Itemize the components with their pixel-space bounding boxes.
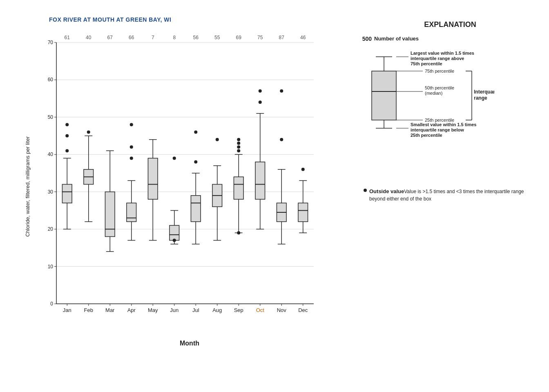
svg-rect-82 <box>105 192 115 237</box>
svg-point-132 <box>237 138 240 141</box>
outside-value-label: Outside value <box>369 188 404 194</box>
svg-text:66: 66 <box>129 35 134 40</box>
chart-with-axes: 010203040506070JanFebMarAprMayJunJulAugS… <box>36 26 343 347</box>
svg-text:70: 70 <box>48 40 54 45</box>
svg-text:50: 50 <box>48 114 54 120</box>
svg-text:(median): (median) <box>425 91 442 96</box>
svg-text:Apr: Apr <box>127 307 136 313</box>
svg-rect-153 <box>298 203 308 222</box>
svg-text:Nov: Nov <box>277 307 287 313</box>
svg-point-129 <box>237 149 240 152</box>
svg-rect-66 <box>62 184 72 203</box>
svg-point-69 <box>65 134 69 138</box>
svg-rect-111 <box>191 196 201 222</box>
y-axis-label: Chloride, water, filtered, milligrams pe… <box>25 136 33 237</box>
svg-text:Feb: Feb <box>84 307 93 313</box>
svg-point-91 <box>130 145 133 149</box>
svg-text:range: range <box>474 95 487 101</box>
svg-point-114 <box>194 130 197 134</box>
svg-rect-158 <box>372 71 396 120</box>
svg-point-121 <box>216 138 219 141</box>
svg-text:Interquartile: Interquartile <box>474 89 494 95</box>
svg-text:75: 75 <box>257 35 263 40</box>
svg-rect-88 <box>127 203 136 222</box>
svg-text:30: 30 <box>48 189 54 195</box>
svg-text:60: 60 <box>48 77 54 82</box>
svg-text:75th percentile: 75th percentile <box>411 61 442 66</box>
svg-text:interquartile range below: interquartile range below <box>411 127 464 132</box>
svg-text:25th percentile: 25th percentile <box>411 133 442 138</box>
svg-text:May: May <box>148 307 158 313</box>
svg-text:Largest value within 1.5 times: Largest value within 1.5 times <box>411 51 474 56</box>
svg-point-92 <box>130 123 133 126</box>
svg-point-106 <box>173 156 176 160</box>
svg-point-131 <box>237 142 240 145</box>
explanation-panel: EXPLANATION 500 Number of values Largest… <box>359 16 541 202</box>
svg-text:interquartile range above: interquartile range above <box>411 56 464 61</box>
svg-text:Oct: Oct <box>256 307 265 313</box>
svg-point-105 <box>173 239 176 242</box>
x-axis-label: Month <box>36 340 343 347</box>
svg-point-77 <box>87 130 90 134</box>
box-plot-svg: 010203040506070JanFebMarAprMayJunJulAugS… <box>36 26 322 336</box>
svg-text:Jul: Jul <box>192 307 199 313</box>
svg-rect-137 <box>255 162 265 199</box>
svg-rect-97 <box>148 158 158 199</box>
svg-point-139 <box>259 100 262 104</box>
svg-text:Aug: Aug <box>212 307 222 313</box>
svg-text:69: 69 <box>236 35 242 40</box>
svg-point-113 <box>194 160 197 164</box>
svg-text:Smallest value within 1.5 time: Smallest value within 1.5 times <box>411 122 476 127</box>
sample-number: 500 <box>359 36 372 42</box>
svg-text:Mar: Mar <box>105 307 115 313</box>
svg-text:10: 10 <box>48 264 54 270</box>
svg-rect-126 <box>234 177 243 199</box>
chart-area: FOX RIVER AT MOUTH AT GREEN BAY, WI Chlo… <box>25 16 343 347</box>
svg-text:Dec: Dec <box>298 307 308 313</box>
svg-text:Jun: Jun <box>170 307 179 313</box>
svg-text:Jan: Jan <box>63 307 71 313</box>
chart-inner: Chloride, water, filtered, milligrams pe… <box>25 26 343 347</box>
svg-point-155 <box>301 168 305 171</box>
svg-point-130 <box>237 145 240 149</box>
svg-text:87: 87 <box>279 35 285 40</box>
svg-point-128 <box>237 231 240 234</box>
svg-point-68 <box>65 149 69 152</box>
svg-text:75th percentile: 75th percentile <box>425 69 454 74</box>
svg-text:40: 40 <box>48 151 54 157</box>
svg-text:61: 61 <box>65 35 70 40</box>
legend-box-svg: Largest value within 1.5 times interquar… <box>364 49 494 179</box>
svg-rect-103 <box>170 225 179 241</box>
outside-dot <box>364 189 367 192</box>
main-container: FOX RIVER AT MOUTH AT GREEN BAY, WI Chlo… <box>0 0 549 392</box>
svg-point-147 <box>280 138 283 141</box>
svg-point-90 <box>130 156 133 160</box>
svg-text:7: 7 <box>152 35 154 40</box>
svg-text:8: 8 <box>173 35 176 40</box>
svg-point-140 <box>259 89 262 93</box>
svg-text:40: 40 <box>86 35 92 40</box>
svg-text:20: 20 <box>48 226 54 232</box>
svg-point-148 <box>280 89 283 93</box>
number-of-values-row: 500 Number of values <box>359 36 541 42</box>
svg-text:50th percentile: 50th percentile <box>425 85 454 90</box>
svg-text:46: 46 <box>300 35 306 40</box>
svg-text:67: 67 <box>107 35 113 40</box>
svg-text:55: 55 <box>214 35 220 40</box>
svg-point-70 <box>65 123 69 126</box>
svg-text:Sep: Sep <box>234 307 243 313</box>
chart-title: FOX RIVER AT MOUTH AT GREEN BAY, WI <box>49 16 343 23</box>
explanation-title: EXPLANATION <box>359 20 541 29</box>
outside-value-row: Outside valueValue is >1.5 times and <3 … <box>364 187 541 202</box>
svg-text:56: 56 <box>193 35 199 40</box>
number-label: Number of values <box>374 36 419 42</box>
svg-text:0: 0 <box>50 301 53 307</box>
